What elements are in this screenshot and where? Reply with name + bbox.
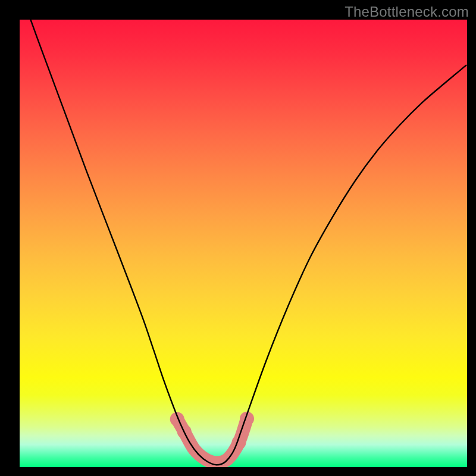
watermark-text: TheBottleneck.com (345, 4, 469, 20)
chart-svg (20, 20, 467, 467)
plot-area (20, 20, 467, 467)
bottleneck-curve-path (24, 20, 466, 465)
frame: TheBottleneck.com (0, 0, 476, 476)
